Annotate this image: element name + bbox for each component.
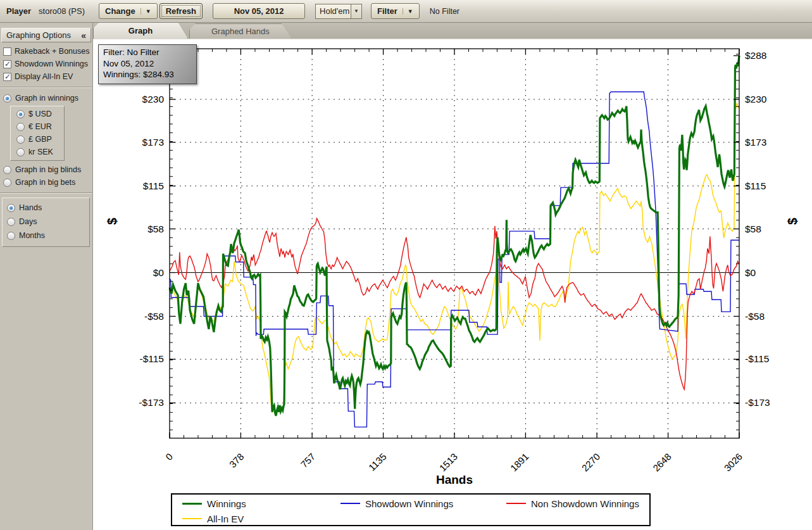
- checkbox-icon[interactable]: [3, 47, 11, 56]
- legend-line-showdown: [340, 503, 360, 504]
- radio-usd[interactable]: $ USD: [13, 108, 64, 120]
- game-type-select[interactable]: Hold'em ▼: [315, 4, 362, 19]
- player-label: Player: [6, 6, 31, 16]
- radio-icon[interactable]: [16, 136, 25, 144]
- radio-days[interactable]: Days: [5, 215, 89, 229]
- radio-icon[interactable]: [3, 166, 11, 174]
- divider: [0, 87, 92, 88]
- svg-text:$288: $288: [745, 50, 766, 61]
- graphing-options-header[interactable]: Graphing Options «: [1, 28, 91, 42]
- svg-text:-$58: -$58: [745, 311, 765, 322]
- svg-text:$58: $58: [745, 224, 761, 234]
- radio-months[interactable]: Months: [5, 229, 89, 243]
- svg-text:Hands: Hands: [436, 473, 473, 486]
- svg-text:3026: 3026: [722, 451, 745, 474]
- svg-text:$230: $230: [745, 94, 767, 104]
- svg-text:-$173: -$173: [745, 397, 770, 408]
- radio-graph-in-winnings[interactable]: Graph in winnings: [0, 92, 92, 104]
- filter-status: No Filter: [430, 7, 459, 16]
- legend-item-winnings: Winnings: [182, 498, 340, 509]
- divider: [0, 192, 92, 194]
- radio-graph-in-big-blinds[interactable]: Graph in big blinds: [0, 163, 92, 176]
- svg-text:-$115: -$115: [140, 353, 165, 364]
- tooltip-date: Nov 05, 2012: [103, 58, 192, 70]
- legend-item-allin-ev: All-In EV: [182, 514, 340, 524]
- radio-icon[interactable]: [7, 218, 15, 226]
- refresh-button[interactable]: Refresh: [159, 3, 203, 19]
- date-range-button[interactable]: Nov 05, 2012: [213, 3, 305, 19]
- tab-graphed-hands[interactable]: Graphed Hands: [189, 23, 292, 39]
- radio-eur[interactable]: € EUR: [13, 120, 64, 133]
- change-player-button[interactable]: Change ▼: [99, 3, 158, 19]
- checkbox-icon[interactable]: [3, 73, 11, 81]
- chart-panel: 0378757113515131891227026483026$288$288$…: [93, 39, 812, 530]
- svg-text:2270: 2270: [580, 451, 603, 474]
- currency-group: $ USD € EUR £ GBP kr SEK: [10, 106, 65, 161]
- svg-text:$115: $115: [143, 180, 164, 191]
- svg-text:-$115: -$115: [745, 353, 770, 364]
- svg-text:-$173: -$173: [139, 397, 164, 408]
- radio-icon[interactable]: [7, 232, 15, 240]
- radio-hands[interactable]: Hands: [5, 201, 89, 215]
- chevron-down-icon: ▼: [141, 8, 151, 15]
- radio-icon[interactable]: [16, 123, 25, 131]
- application-window: Player storo08 (PS) Change ▼ Refresh Nov…: [0, 0, 812, 530]
- svg-text:$173: $173: [745, 137, 766, 148]
- filter-button[interactable]: Filter ▼: [371, 3, 420, 19]
- collapse-icon[interactable]: «: [81, 30, 86, 41]
- svg-text:$: $: [785, 218, 799, 225]
- chart-tooltip: Filter: No Filter Nov 05, 2012 Winnings:…: [98, 44, 197, 84]
- legend-line-allin-ev: [182, 518, 202, 519]
- svg-text:-$58: -$58: [144, 311, 164, 322]
- radio-graph-in-big-bets[interactable]: Graph in big bets: [0, 176, 92, 189]
- svg-text:$173: $173: [142, 137, 164, 148]
- radio-gbp[interactable]: £ GBP: [13, 133, 64, 146]
- svg-text:757: 757: [299, 451, 318, 470]
- chart-legend: Winnings Showdown Winnings Non Showdown …: [171, 493, 651, 526]
- interval-group: Hands Days Months: [2, 198, 90, 247]
- svg-text:$0: $0: [745, 267, 756, 278]
- svg-text:1891: 1891: [508, 451, 531, 474]
- checkbox-icon[interactable]: [3, 60, 11, 68]
- game-type-value: Hold'em: [316, 6, 351, 16]
- svg-text:2648: 2648: [651, 451, 673, 474]
- radio-icon[interactable]: [3, 179, 11, 187]
- svg-text:$0: $0: [153, 267, 165, 278]
- svg-text:$115: $115: [745, 180, 766, 191]
- checkbox-display-allin-ev[interactable]: Display All-In EV: [0, 70, 92, 83]
- radio-icon[interactable]: [16, 148, 25, 156]
- radio-icon[interactable]: [7, 204, 15, 212]
- radio-sek[interactable]: kr SEK: [13, 146, 64, 158]
- svg-text:378: 378: [227, 451, 246, 470]
- svg-text:$58: $58: [147, 224, 164, 234]
- sidebar: Graphing Options « Rakeback + Bonuses Sh…: [0, 23, 93, 530]
- sidebar-title: Graphing Options: [6, 30, 81, 40]
- svg-text:$230: $230: [142, 94, 165, 104]
- radio-icon[interactable]: [16, 110, 25, 118]
- svg-text:1135: 1135: [366, 451, 389, 473]
- svg-text:0: 0: [163, 451, 175, 462]
- tab-graph[interactable]: Graph: [93, 22, 188, 39]
- legend-line-winnings: [182, 503, 202, 505]
- radio-icon[interactable]: [3, 94, 11, 103]
- svg-text:$: $: [105, 218, 119, 225]
- tab-bar: Graph Graphed Hands: [93, 23, 812, 39]
- chevron-down-icon: ▼: [403, 8, 413, 15]
- legend-line-non-showdown: [506, 503, 526, 504]
- tooltip-filter: Filter: No Filter: [103, 47, 192, 58]
- player-name: storo08 (PS): [39, 6, 85, 16]
- svg-text:1513: 1513: [437, 451, 460, 474]
- winnings-chart: 0378757113515131891227026483026$288$288$…: [93, 39, 812, 530]
- dropdown-arrow-icon[interactable]: ▼: [351, 4, 361, 18]
- legend-item-showdown-winnings: Showdown Winnings: [340, 498, 506, 509]
- tooltip-winnings: Winnings: $284.93: [103, 69, 192, 80]
- legend-item-non-showdown-winnings: Non Showdown Winnings: [506, 498, 649, 509]
- checkbox-rakeback-bonuses[interactable]: Rakeback + Bonuses: [0, 45, 92, 58]
- toolbar: Player storo08 (PS) Change ▼ Refresh Nov…: [0, 0, 812, 23]
- checkbox-showdown-winnings[interactable]: Showdown Winnings: [0, 58, 92, 70]
